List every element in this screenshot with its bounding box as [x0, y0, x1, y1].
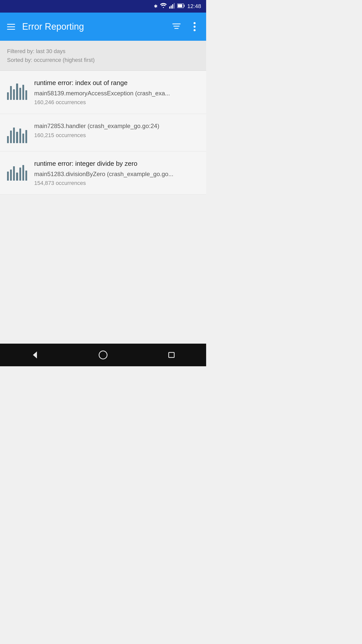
svg-point-14 — [99, 351, 107, 359]
list-item[interactable]: runtime error: index out of range main58… — [0, 71, 206, 114]
chart-bar — [22, 85, 24, 100]
chart-bar — [16, 173, 18, 181]
chart-bar — [7, 136, 9, 143]
chart-bar — [16, 84, 18, 100]
filter-icon — [172, 23, 181, 30]
error-count: 160,246 occurrences — [34, 99, 199, 106]
filter-line1: Filtered by: last 30 days — [7, 47, 199, 56]
chart-bar — [22, 165, 24, 181]
chart-bar — [7, 172, 9, 181]
chart-bar — [25, 90, 27, 100]
error-count: 154,873 occurrences — [34, 180, 199, 186]
chart-bar — [16, 132, 18, 143]
error-title: runtime error: integer divide by zero — [34, 159, 199, 168]
chart-bar — [22, 134, 24, 143]
page-title: Error Reporting — [22, 21, 165, 32]
chart-bar — [25, 130, 27, 143]
more-icon — [193, 22, 196, 31]
error-list: runtime error: index out of range main58… — [0, 71, 206, 195]
hamburger-menu-button[interactable] — [5, 21, 17, 33]
error-subtitle: main58139.memoryAccessException (crash_e… — [34, 89, 199, 97]
hamburger-line-3 — [7, 29, 15, 30]
list-item[interactable]: runtime error: integer divide by zero ma… — [0, 151, 206, 195]
hamburger-line-1 — [7, 24, 15, 25]
error-content-1: runtime error: index out of range main58… — [34, 79, 199, 106]
recents-icon — [167, 350, 176, 359]
occurrences-chart-2 — [7, 123, 27, 143]
chart-bar — [10, 86, 12, 100]
bluetooth-icon: ✱ — [154, 4, 158, 9]
back-button[interactable] — [24, 345, 44, 365]
svg-rect-2 — [172, 4, 173, 9]
error-count: 160,215 occurrences — [34, 132, 199, 139]
chart-bar — [10, 131, 12, 143]
list-item[interactable]: main72853.handler (crash_example_go.go:2… — [0, 114, 206, 151]
app-bar: Error Reporting — [0, 13, 206, 41]
battery-icon — [177, 3, 185, 10]
svg-rect-6 — [178, 4, 182, 7]
home-icon — [99, 350, 108, 359]
more-options-button[interactable] — [188, 20, 201, 33]
chart-bar — [19, 168, 21, 181]
error-content-3: runtime error: integer divide by zero ma… — [34, 159, 199, 186]
occurrences-chart-1 — [7, 80, 27, 100]
chart-bar — [19, 129, 21, 143]
svg-point-10 — [194, 22, 196, 24]
chart-bar — [13, 89, 15, 100]
home-button[interactable] — [93, 345, 113, 365]
status-icons: ✱ 12:48 — [154, 3, 201, 10]
chart-bar — [25, 171, 27, 181]
svg-marker-13 — [33, 351, 37, 358]
filter-info-bar: Filtered by: last 30 days Sorted by: occ… — [0, 41, 206, 71]
signal-icon — [169, 3, 175, 10]
back-icon — [30, 350, 39, 359]
svg-point-12 — [194, 29, 196, 31]
status-time: 12:48 — [187, 3, 201, 10]
svg-rect-3 — [174, 3, 175, 9]
bottom-navigation — [0, 344, 206, 366]
svg-point-11 — [194, 26, 196, 28]
svg-rect-5 — [184, 5, 185, 7]
filter-line2: Sorted by: occurrence (highest first) — [7, 56, 199, 64]
hamburger-line-2 — [7, 26, 15, 27]
chart-bar — [13, 166, 15, 181]
error-subtitle: main51283.divisionByZero (crash_example_… — [34, 170, 199, 178]
status-bar: ✱ 12:48 — [0, 0, 206, 13]
error-subtitle: main72853.handler (crash_example_go.go:2… — [34, 122, 199, 130]
wifi-icon — [160, 3, 167, 10]
recents-button[interactable] — [162, 345, 182, 365]
svg-rect-1 — [171, 6, 172, 9]
error-title: runtime error: index out of range — [34, 79, 199, 87]
filter-button[interactable] — [170, 20, 183, 33]
chart-bar — [10, 170, 12, 181]
chart-bar — [19, 88, 21, 100]
occurrences-chart-3 — [7, 160, 27, 181]
chart-bar — [13, 128, 15, 143]
svg-rect-0 — [169, 7, 170, 9]
error-content-2: main72853.handler (crash_example_go.go:2… — [34, 122, 199, 138]
svg-rect-15 — [169, 352, 174, 357]
chart-bar — [7, 92, 9, 100]
